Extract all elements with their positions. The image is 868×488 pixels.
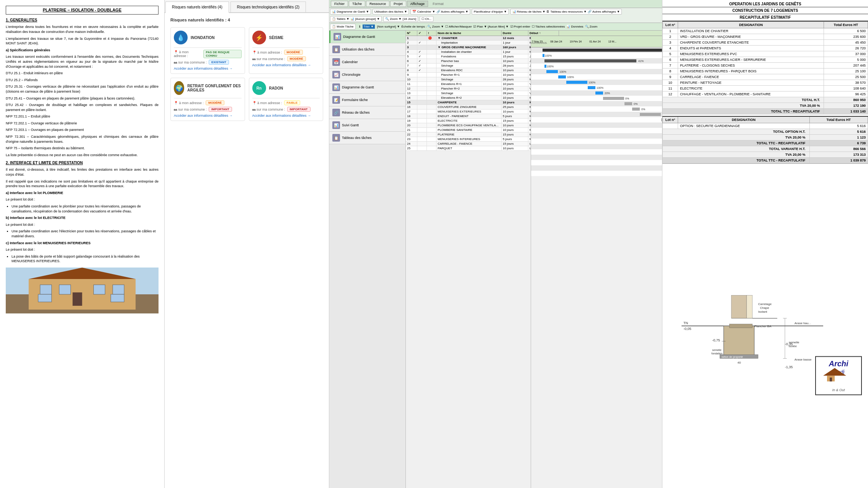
table-row[interactable]: 21PLOMBERIE SANITAIRE10 joursMar 11/09/2… — [406, 128, 531, 132]
gantt-date-header: 7 Nov 2308 Jan 2419 Fév 2401 Avr 2413 M.… — [531, 36, 662, 47]
svg-rect-46 — [558, 75, 566, 78]
table-row[interactable]: 22PLATRERIE15 joursMar 25/09/24 — [406, 132, 531, 137]
table-row[interactable]: 12Plancher R+210 joursVen 07/06/24 — [406, 87, 531, 91]
toolbar-ressource[interactable]: Ressource — [366, 1, 389, 7]
table-row[interactable]: 6✓Plancher bas10 joursJeu 25/01/24 — [406, 59, 531, 64]
table-row[interactable]: 4✓Installation de chantier1 jourMer 03/0… — [406, 50, 531, 54]
lot-row: 2VRD - GROS ŒUVRE - MAÇONNERIE235 600 — [663, 34, 868, 40]
sidebar-gantt[interactable]: 📊 Diagramme de Gantt — [329, 31, 405, 43]
table-row[interactable]: 14Elevations R+210 joursMar 31/07/24 — [406, 96, 531, 100]
col-lot: Lot n° — [663, 22, 678, 28]
table-row[interactable]: 19ELECTRICITE15 joursMar 28/08/24 — [406, 119, 531, 123]
tab-natural-risks[interactable]: Risques naturels identifiés (4) — [165, 2, 229, 13]
svg-rect-7 — [113, 285, 124, 294]
cross-section-area: TN -0,05 Sol fini 0,00 Carrelage Chape I… — [662, 163, 868, 488]
table-row[interactable]: 23MENUISERIES INTERIEURES5 joursMar 09/1… — [406, 137, 531, 142]
sidebar-formulaire[interactable]: 📝 Formulaire tâche — [329, 94, 405, 106]
chronologie-icon: 📈 — [332, 71, 340, 78]
toolbar-fichier[interactable]: Fichier — [331, 1, 348, 7]
table-row[interactable]: 5✓Fondations15 joursJeu 04/01/24 — [406, 54, 531, 59]
inondation-address-badge: PAS DE RISQUE CONNU — [203, 50, 242, 58]
svg-rect-56 — [624, 102, 632, 105]
svg-rect-26 — [531, 122, 662, 128]
svg-text:100%: 100% — [545, 54, 552, 57]
total-ttc-row: TOTAL TTC - RECAPITULATIF1 033 140 — [663, 109, 868, 114]
toolbar-tache[interactable]: Tâche — [349, 1, 365, 7]
gantt-header: N° ✓ ! Nom de la tâche Durée Début ↑ — [406, 31, 662, 36]
svg-rect-34 — [531, 165, 662, 171]
sidebar-gantt2[interactable]: 📊 Diagramme de Gantt — [329, 81, 405, 94]
sidebar-suivi[interactable]: 📊 Suivi Gantt — [329, 119, 405, 132]
svg-text:100%: 100% — [597, 87, 603, 89]
lot-row: 5MENUISERIES EXTERIEURES PVC37 000 — [663, 51, 868, 57]
inondation-commune-badge: EXISTANT — [209, 60, 229, 65]
toolbar-affichage[interactable]: Affichage — [407, 1, 428, 7]
gantt-ribbon-2: 📋 Mode Tâche ℹ Trier ▼ [Non surligné] ▼ … — [329, 23, 662, 31]
svg-text:Chape: Chape — [760, 306, 769, 310]
table-row[interactable]: 13Séchage28 joursVen 21/06/24 — [406, 91, 531, 96]
table-row[interactable]: 1🔴▼ CHANTIER12 moisMar 02/01/24 — [406, 36, 531, 41]
svg-text:20%: 20% — [605, 92, 610, 95]
svg-text:Isolant: Isolant — [758, 310, 767, 313]
table-row[interactable]: 16COUVERTURE ZINGUERIE25 joursMar 28/08/… — [406, 105, 531, 109]
radon-link[interactable]: Accéder aux informations détaillées → — [252, 114, 320, 118]
svg-text:béton de propreté: béton de propreté — [722, 356, 743, 359]
sidebar-tableau[interactable]: 📋 Tableau des tâches — [329, 132, 405, 144]
nfp-72-203: NFP 72.203.1 – Ouvrages en plaques de pa… — [6, 127, 159, 132]
plomberie-list: Une parfaite coordination avec le plombi… — [11, 204, 159, 214]
section-2-electricite-text: Le présent lot doit : — [6, 222, 159, 227]
table-row[interactable]: 17MENUISERIES EXTERIEURES10 joursMar 14/… — [406, 109, 531, 114]
sidebar-utilisation[interactable]: 📋 Utilisation des tâches — [329, 43, 405, 56]
variante-tva: TVA 20,00 %173 313 — [663, 152, 868, 158]
svg-rect-50 — [588, 86, 595, 89]
radon-commune-badge: IMPORTANT — [287, 107, 311, 112]
inondation-link[interactable]: Accéder aux informations détaillées → — [174, 67, 242, 70]
table-row[interactable]: 8✓Elevations RDC10 joursMar 19/03/24 — [406, 68, 531, 73]
svg-text:semelle: semelle — [789, 341, 799, 344]
svg-text:40: 40 — [737, 361, 741, 364]
svg-text:0%: 0% — [625, 97, 629, 100]
table-row[interactable]: 10Séchage28 joursMar 16/04/24 — [406, 77, 531, 82]
risk-header: Risques naturels identifiés : 4 — [165, 13, 329, 25]
retrait-link[interactable]: Accéder aux informations détaillées → — [174, 114, 242, 118]
section-1-p4: Les travaux seront exécutés conformément… — [6, 54, 159, 69]
recap-subtitle: CONSTRUCTION DE 7 LOGEMENTS — [662, 7, 868, 14]
table-row[interactable]: 25PARQUET10 joursLun 11/11/24 — [406, 146, 531, 151]
table-row[interactable]: 3▼ GROS OEUVRE MAÇONNERIE160 joursMer 03… — [406, 45, 531, 50]
tableau-icon: 📋 — [332, 134, 340, 142]
sidebar-chronologie[interactable]: 📈 Chronologie — [329, 69, 405, 81]
svg-rect-52 — [595, 91, 603, 95]
table-row[interactable]: 18ENDUIT - PAREMENT5 joursMar 28/08/24 — [406, 114, 531, 119]
section-1-p1: L'entreprise devra toutes les fourniture… — [6, 24, 159, 34]
sidebar-calendrier[interactable]: 📅 Calendrier — [329, 56, 405, 69]
svg-text:fondation: fondation — [711, 352, 723, 355]
seisme-link[interactable]: Accéder aux informations détaillées → — [252, 63, 320, 67]
sidebar-reseau[interactable]: 🔗 Réseau de tâches — [329, 106, 405, 119]
gantt-ribbon: 📊 Diagramme de Gantt ▼ Utilisation des t… — [329, 8, 662, 23]
seisme-address-badge: MODÉRÉ — [284, 50, 303, 55]
table-row[interactable]: 11Elevations R+110 joursVen 24/05/24 — [406, 82, 531, 87]
svg-rect-28 — [531, 133, 662, 139]
svg-rect-60 — [640, 113, 661, 116]
risk-card-inondation: 💧 INONDATION 📍 à mon adresse : PAS DE RI… — [170, 27, 245, 74]
table-row[interactable]: 9Plancher R+110 joursMar 02/04/24 — [406, 73, 531, 77]
gantt-sidebar: 📊 Diagramme de Gantt 📋 Utilisation des t… — [329, 31, 406, 488]
table-row[interactable]: 20PLOMBERIE ECS CHAUFFAGE VENTILATIO10 j… — [406, 123, 531, 128]
svg-rect-97 — [724, 326, 754, 357]
table-row[interactable]: 24CARRELAGE - FAIENCE15 joursLun 07/10/2… — [406, 142, 531, 146]
cross-section-svg: TN -0,05 Sol fini 0,00 Carrelage Chape I… — [662, 164, 868, 488]
tab-tech-label: Risques technologiques identifiés (2) — [237, 5, 299, 9]
reseau-icon: 🔗 — [332, 109, 340, 116]
lot-row: 12CHAUFFAGE - VENTILATION - PLOMBERIE - … — [663, 91, 868, 97]
tab-tech-risks[interactable]: Risques technologiques identifiés (2) — [230, 2, 306, 12]
seisme-icon: ⚡ — [252, 31, 266, 44]
table-row[interactable]: 2✓Implantation1 jourMar 02/01/24 — [406, 41, 531, 45]
document-panel: PLATRERIE – ISOLATION - DOUBLAGE 1. GENE… — [0, 0, 165, 488]
nfp-72-301: NFP 72.301 – Caractéristiques géométriqu… — [6, 134, 159, 144]
toolbar-projet[interactable]: Projet — [390, 1, 406, 7]
table-row[interactable]: 15CHARPENTE10 joursMar 14/08/24 — [406, 100, 531, 105]
svg-text:Plancher BA: Plancher BA — [754, 325, 772, 328]
svg-rect-92 — [747, 295, 752, 318]
svg-text:-1,35: -1,35 — [785, 365, 793, 369]
table-row[interactable]: 7✓Séchage28 joursJeu 08/02/24 — [406, 64, 531, 68]
